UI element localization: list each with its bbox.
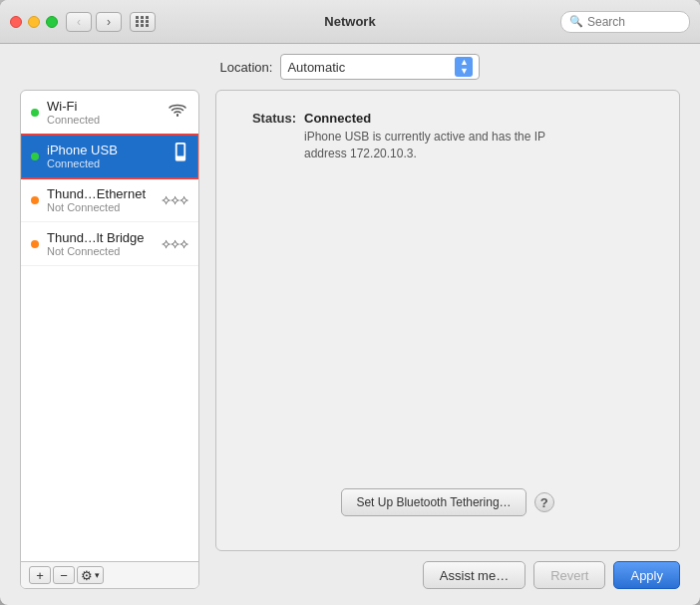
bluetooth-row: Set Up Bluetooth Tethering… ? (236, 488, 659, 516)
detail-panel: Status: Connected iPhone USB is currentl… (215, 90, 680, 589)
location-select[interactable]: Automatic ▲ ▼ (280, 54, 480, 80)
sidebar-item-wifi[interactable]: Wi-Fi Connected (21, 91, 198, 135)
status-description: iPhone USB is currently active and has t… (304, 129, 583, 162)
sidebar-item-ethernet-status: Not Connected (47, 201, 154, 213)
bluetooth-tethering-button[interactable]: Set Up Bluetooth Tethering… (341, 488, 525, 516)
detail-spacer (236, 178, 659, 488)
sidebar-item-bridge-status: Not Connected (47, 245, 154, 257)
sidebar-item-wifi-text: Wi-Fi Connected (47, 99, 159, 126)
minimize-button[interactable] (28, 16, 40, 28)
help-button[interactable]: ? (534, 492, 554, 512)
status-label: Status: (236, 111, 296, 162)
titlebar: ‹ › Network 🔍 (0, 0, 700, 44)
sidebar: Wi-Fi Connected (20, 90, 199, 589)
add-interface-button[interactable]: + (29, 566, 51, 584)
gear-menu-button[interactable]: ⚙ ▾ (77, 566, 104, 584)
sidebar-item-iphone-name: iPhone USB (47, 143, 165, 157)
app-grid-button[interactable] (130, 12, 156, 32)
location-value: Automatic (287, 60, 451, 75)
grid-dots-icon (136, 16, 150, 27)
location-bar: Location: Automatic ▲ ▼ (0, 44, 700, 90)
status-section: Status: Connected iPhone USB is currentl… (236, 111, 659, 162)
assist-me-button[interactable]: Assist me… (423, 561, 525, 589)
status-dot-wifi (31, 109, 39, 117)
sidebar-item-wifi-name: Wi-Fi (47, 99, 159, 114)
sidebar-item-wifi-status: Connected (47, 114, 159, 126)
status-value-block: Connected iPhone USB is currently active… (304, 111, 583, 162)
phone-icon (173, 143, 188, 169)
main-content: Wi-Fi Connected (0, 90, 700, 605)
network-window: ‹ › Network 🔍 Location: Automatic ▲ ▼ (0, 0, 700, 605)
status-dot-ethernet (31, 196, 39, 204)
apply-button[interactable]: Apply (613, 561, 680, 589)
revert-button[interactable]: Revert (533, 561, 605, 589)
status-value: Connected (304, 111, 583, 126)
sidebar-item-iphone-status: Connected (47, 157, 165, 169)
traffic-lights (10, 16, 58, 28)
detail-content: Status: Connected iPhone USB is currentl… (215, 90, 680, 551)
sidebar-item-ethernet-text: Thund…Ethernet Not Connected (47, 186, 154, 213)
search-input[interactable] (587, 15, 681, 29)
bottom-buttons: Assist me… Revert Apply (215, 551, 680, 589)
select-arrows-icon: ▲ ▼ (455, 57, 473, 77)
forward-button[interactable]: › (96, 12, 122, 32)
sidebar-item-iphone-text: iPhone USB Connected (47, 143, 165, 169)
search-box[interactable]: 🔍 (560, 11, 690, 33)
gear-chevron-icon: ▾ (95, 570, 100, 580)
svg-rect-1 (177, 145, 184, 156)
thunderbolt-bridge-icon: ⟡⟡⟡ (162, 235, 188, 252)
gear-icon: ⚙ (81, 568, 93, 583)
close-button[interactable] (10, 16, 22, 28)
sidebar-item-ethernet-name: Thund…Ethernet (47, 186, 154, 201)
sidebar-item-thunderbolt-bridge[interactable]: Thund…lt Bridge Not Connected ⟡⟡⟡ (21, 222, 198, 266)
window-title: Network (324, 14, 375, 29)
search-icon: 🔍 (569, 15, 583, 28)
sidebar-toolbar: + − ⚙ ▾ (21, 561, 198, 588)
location-label: Location: (220, 60, 273, 75)
sidebar-item-bridge-name: Thund…lt Bridge (47, 230, 154, 245)
status-dot-iphone (31, 152, 39, 160)
svg-point-2 (179, 158, 181, 160)
status-dot-bridge (31, 240, 39, 248)
back-button[interactable]: ‹ (66, 12, 92, 32)
remove-interface-button[interactable]: − (53, 566, 75, 584)
thunderbolt-ethernet-icon: ⟡⟡⟡ (162, 191, 188, 208)
maximize-button[interactable] (46, 16, 58, 28)
sidebar-item-bridge-text: Thund…lt Bridge Not Connected (47, 230, 154, 257)
sidebar-list: Wi-Fi Connected (21, 91, 198, 561)
sidebar-item-iphone-usb[interactable]: iPhone USB Connected (21, 135, 198, 178)
wifi-icon (167, 102, 188, 123)
nav-buttons: ‹ › (66, 12, 122, 32)
sidebar-item-thunderbolt-ethernet[interactable]: Thund…Ethernet Not Connected ⟡⟡⟡ (21, 178, 198, 222)
